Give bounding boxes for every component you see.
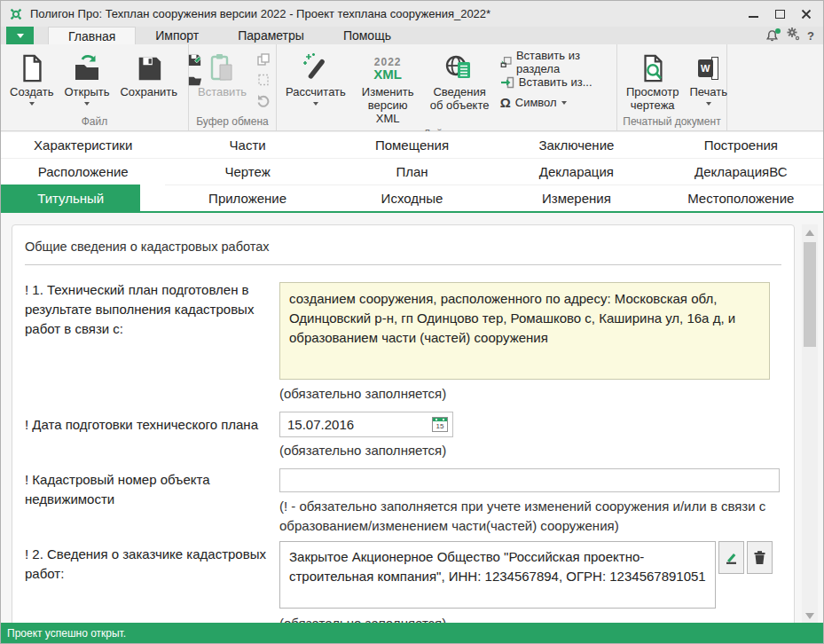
menu-tab-pomosch[interactable]: Помощь: [324, 27, 411, 44]
ribbon-group-label: Печатный документ: [617, 115, 726, 130]
notification-dot: [775, 28, 781, 34]
ribbon-group-print: Просмотр чертежа W Печать Печатный докум…: [617, 44, 727, 130]
chevron-down-icon: [84, 102, 90, 106]
change-xml-version-button[interactable]: 2022 XML Изменить версию XML: [351, 49, 425, 128]
field3-note: (! - обязательно заполняется при учете и…: [279, 497, 778, 536]
tab-harakteristiki[interactable]: Характеристики: [1, 131, 165, 158]
trash-icon: [752, 550, 767, 565]
tab-prilozhenie[interactable]: Приложение: [165, 185, 329, 211]
symbol-button[interactable]: Ω Символ: [497, 93, 611, 112]
section-tabs: Характеристики Части Помещения Заключени…: [1, 131, 823, 211]
cadastral-number-input[interactable]: [279, 468, 780, 492]
help-button[interactable]: ?: [807, 29, 814, 43]
ribbon: Создать Открыть Сохран: [1, 44, 823, 131]
date-value[interactable]: 15.07.2016: [280, 417, 432, 432]
preview-drawing-button[interactable]: Просмотр чертежа: [621, 49, 684, 114]
copy-button[interactable]: [255, 51, 272, 67]
ribbon-group-label: Файл: [1, 115, 188, 130]
insert-from-button[interactable]: Вставить из...: [497, 73, 611, 91]
print-button[interactable]: W Печать: [684, 49, 733, 107]
open-folder-icon: [72, 52, 102, 84]
chevron-down-icon: [561, 101, 567, 105]
open-button[interactable]: Открыть: [59, 49, 114, 107]
field4-label: ! 2. Сведения о заказчике кадастровых ра…: [25, 545, 275, 584]
copy-icon: [256, 52, 271, 67]
menu-tab-import[interactable]: Импорт: [136, 27, 218, 44]
menu-bar: Главная Импорт Параметры Помощь: [1, 27, 823, 44]
word-document-icon: W: [698, 57, 719, 80]
paste-special-icon: [256, 73, 271, 87]
insert-from-icon: [500, 75, 514, 90]
app-menu-button[interactable]: [6, 27, 34, 44]
insert-from-section-icon: [500, 55, 512, 69]
menu-tab-parametry[interactable]: Параметры: [218, 27, 324, 44]
tab-chasti[interactable]: Части: [165, 131, 329, 158]
save-icon: [135, 52, 163, 84]
insert-from-section-button[interactable]: Вставить из раздела: [497, 52, 611, 71]
xml-version-icon: 2022 XML: [373, 57, 402, 81]
tab-pomescheniya[interactable]: Помещения: [330, 131, 494, 158]
app-window: Полигон Про: Техплан сооружения версии 2…: [0, 0, 824, 644]
maximize-button[interactable]: [766, 3, 793, 26]
field1-label: ! 1. Технический план подготовлен в резу…: [25, 280, 275, 338]
field1-textarea[interactable]: созданием сооружения, расположенного по …: [279, 282, 770, 380]
tab-raspolozhenie[interactable]: Расположение: [1, 158, 165, 185]
content-area: Общие сведения о кадастровых работах ! 1…: [1, 213, 823, 624]
field1-note: (обязательно заполняется): [279, 386, 446, 401]
tab-zaklyuchenie[interactable]: Заключение: [494, 131, 658, 158]
tab-mestopolozhenie[interactable]: Местоположение: [659, 185, 823, 211]
paste-special-button[interactable]: [255, 72, 272, 88]
scrollbar-thumb[interactable]: [804, 242, 816, 347]
tab-postroeniya[interactable]: Построения: [659, 131, 823, 158]
close-button[interactable]: [793, 3, 820, 26]
save-button[interactable]: Сохранить: [114, 49, 183, 101]
ribbon-group-file: Создать Открыть Сохран: [1, 44, 189, 130]
field2-note: (обязательно заполняется): [279, 443, 446, 458]
tab-titulnyy-active[interactable]: Титульный: [1, 185, 140, 211]
undo-icon: [256, 93, 271, 107]
window-title: Полигон Про: Техплан сооружения версии 2…: [30, 7, 490, 20]
chevron-down-icon: [17, 34, 24, 38]
object-info-button[interactable]: Сведения об объекте: [424, 49, 494, 114]
field3-label: ! Кадастровый номер объекта недвижимости: [25, 470, 275, 509]
section-divider: [25, 264, 781, 265]
paste-icon: [209, 52, 236, 84]
date-input[interactable]: 15.07.2016 15: [279, 412, 453, 437]
tab-plan[interactable]: План: [330, 158, 494, 185]
paste-button[interactable]: Вставить: [192, 49, 252, 101]
tab-deklaratsiya[interactable]: Декларация: [494, 158, 658, 185]
calculate-button[interactable]: Рассчитать: [280, 49, 351, 107]
vertical-scrollbar[interactable]: [802, 224, 818, 624]
tab-izmereniya[interactable]: Измерения: [494, 185, 658, 211]
scroll-up-arrow-icon[interactable]: [805, 230, 814, 236]
customer-info-box[interactable]: Закрытое Акционерное Общество "Российска…: [279, 541, 716, 609]
omega-icon: Ω: [500, 96, 511, 109]
status-bar: Проект успешно открыт.: [1, 623, 823, 643]
section-title: Общие сведения о кадастровых работах: [25, 240, 270, 254]
settings-button[interactable]: [786, 27, 800, 44]
magic-wand-icon: [301, 52, 331, 84]
tab-ishodnye[interactable]: Исходные: [330, 185, 494, 211]
tab-deklaratsiyavs[interactable]: ДекларацияВС: [659, 158, 823, 185]
ribbon-group-actions: Рассчитать 2022 XML Изменить версию XML: [277, 44, 617, 130]
form-panel: Общие сведения о кадастровых работах ! 1…: [12, 224, 795, 624]
chevron-down-icon: [313, 102, 318, 106]
delete-customer-button[interactable]: [747, 541, 773, 574]
gear-icon: [786, 27, 800, 41]
calendar-icon[interactable]: 15: [432, 417, 448, 432]
ribbon-group-clipboard: Вставить: [189, 44, 277, 130]
preview-drawing-icon: [639, 52, 667, 84]
field2-label: ! Дата подготовки технического плана: [25, 415, 275, 435]
ribbon-group-label: Буфер обмена: [189, 115, 276, 130]
object-info-icon: [444, 52, 475, 84]
scroll-down-arrow-icon[interactable]: [805, 613, 814, 619]
minimize-button[interactable]: [740, 3, 766, 26]
title-bar: Полигон Про: Техплан сооружения версии 2…: [1, 1, 823, 27]
notifications-button[interactable]: [765, 29, 779, 43]
undo-button[interactable]: [255, 92, 272, 108]
edit-customer-button[interactable]: [718, 541, 744, 574]
chevron-down-icon: [706, 102, 711, 106]
create-button[interactable]: Создать: [4, 49, 59, 107]
menu-tab-glavnaya[interactable]: Главная: [48, 27, 136, 44]
tab-chertezh[interactable]: Чертеж: [165, 158, 329, 185]
